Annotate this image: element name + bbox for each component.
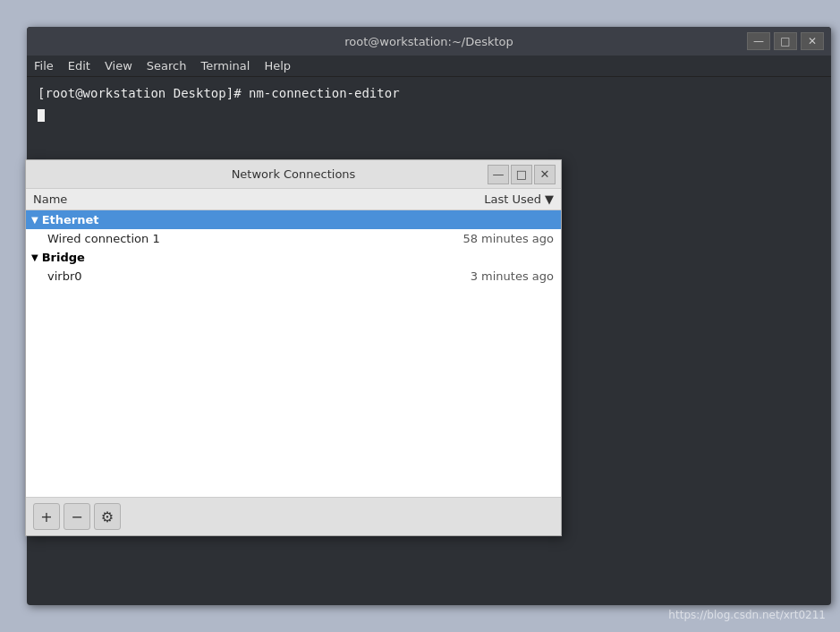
group-ethernet[interactable]: ▼ Ethernet (26, 210, 561, 229)
sort-icon[interactable]: ▼ (545, 192, 554, 206)
dialog-close-btn[interactable]: ✕ (534, 165, 556, 184)
bridge-arrow-icon: ▼ (31, 252, 38, 262)
menu-help[interactable]: Help (264, 59, 291, 73)
menu-search[interactable]: Search (147, 59, 187, 73)
terminal-cursor-line (38, 103, 820, 122)
remove-connection-button[interactable]: − (64, 503, 90, 530)
terminal-controls: — □ ✕ (747, 32, 824, 50)
menu-edit[interactable]: Edit (68, 59, 90, 73)
add-connection-button[interactable]: + (33, 503, 60, 530)
table-header: Name Last Used ▼ (26, 189, 561, 210)
connections-table: ▼ Ethernet Wired connection 1 58 minutes… (26, 210, 561, 497)
ethernet-label: Ethernet (42, 213, 99, 226)
dialog-title: Network Connections (232, 167, 356, 181)
wired-connection-name: Wired connection 1 (47, 232, 428, 245)
dialog-titlebar: Network Connections — □ ✕ (26, 160, 561, 189)
terminal-title: root@workstation:~/Desktop (344, 35, 513, 48)
terminal-titlebar: root@workstation:~/Desktop — □ ✕ (27, 27, 831, 56)
terminal-cursor (38, 109, 45, 122)
menu-view[interactable]: View (105, 59, 132, 73)
dialog-maximize-btn[interactable]: □ (511, 165, 532, 184)
menu-file[interactable]: File (34, 59, 54, 73)
wired-connection-time: 58 minutes ago (428, 232, 554, 245)
terminal-minimize-btn[interactable]: — (747, 32, 770, 50)
ethernet-arrow-icon: ▼ (31, 215, 38, 225)
group-bridge[interactable]: ▼ Bridge (26, 248, 561, 267)
watermark: https://blog.csdn.net/xrt0211 (668, 609, 826, 621)
virbr0-connection-time: 3 minutes ago (428, 269, 554, 283)
column-name-header: Name (33, 192, 428, 206)
dialog-toolbar: + − ⚙ (26, 497, 561, 535)
settings-button[interactable]: ⚙ (94, 503, 121, 530)
terminal-command-line: [root@workstation Desktop]# nm-connectio… (38, 84, 820, 103)
menu-terminal[interactable]: Terminal (200, 59, 250, 73)
network-connections-dialog: Network Connections — □ ✕ Name Last Used… (25, 159, 562, 536)
dialog-controls: — □ ✕ (488, 165, 556, 184)
virbr0-connection-name: virbr0 (47, 269, 428, 283)
connection-wired-1[interactable]: Wired connection 1 58 minutes ago (26, 229, 561, 248)
terminal-maximize-btn[interactable]: □ (774, 32, 797, 50)
column-last-used-header: Last Used ▼ (428, 192, 554, 206)
bridge-label: Bridge (42, 251, 85, 264)
connection-virbr0[interactable]: virbr0 3 minutes ago (26, 267, 561, 286)
terminal-menu: File Edit View Search Terminal Help (27, 56, 831, 77)
dialog-minimize-btn[interactable]: — (488, 165, 509, 184)
terminal-close-btn[interactable]: ✕ (801, 32, 824, 50)
